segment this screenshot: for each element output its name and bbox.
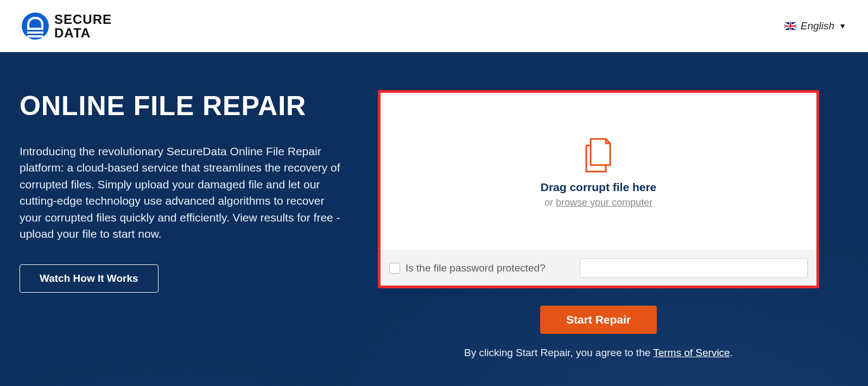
browse-link[interactable]: browse your computer [556, 197, 652, 208]
browse-line: or browse your computer [544, 197, 652, 208]
brand-line1: SECURE [54, 12, 112, 26]
logo[interactable]: SECURE DATA [22, 12, 112, 40]
terms-suffix: . [730, 347, 733, 358]
watch-how-it-works-button[interactable]: Watch How It Works [20, 264, 159, 293]
hero-content: ONLINE FILE REPAIR Introducing the revol… [20, 90, 345, 386]
password-checkbox[interactable] [389, 263, 400, 274]
password-row: Is the file password protected? [381, 250, 816, 286]
drop-text: Drag corrupt file here [541, 181, 657, 194]
page-title: ONLINE FILE REPAIR [20, 90, 345, 122]
or-text: or [544, 197, 556, 208]
brand-line2: DATA [54, 26, 112, 40]
terms-of-service-link[interactable]: Terms of Service [653, 347, 730, 358]
language-label: English [801, 20, 834, 32]
chevron-down-icon: ▼ [839, 22, 846, 30]
start-repair-button[interactable]: Start Repair [540, 306, 657, 334]
password-input[interactable] [580, 258, 808, 278]
flag-uk-icon [784, 22, 796, 30]
lock-icon [22, 12, 49, 40]
password-label: Is the file password protected? [406, 262, 546, 274]
header: SECURE DATA English ▼ [0, 0, 868, 52]
upload-column: Drag corrupt file here or browse your co… [378, 90, 819, 386]
upload-panel: Drag corrupt file here or browse your co… [378, 90, 819, 288]
drop-zone[interactable]: Drag corrupt file here or browse your co… [381, 93, 816, 250]
hero-section: ONLINE FILE REPAIR Introducing the revol… [0, 52, 868, 386]
files-icon [580, 135, 618, 178]
terms-line: By clicking Start Repair, you agree to t… [464, 347, 733, 359]
terms-prefix: By clicking Start Repair, you agree to t… [464, 347, 653, 358]
hero-description: Introducing the revolutionary SecureData… [20, 143, 345, 243]
brand-text: SECURE DATA [54, 12, 112, 40]
language-selector[interactable]: English ▼ [784, 20, 846, 32]
